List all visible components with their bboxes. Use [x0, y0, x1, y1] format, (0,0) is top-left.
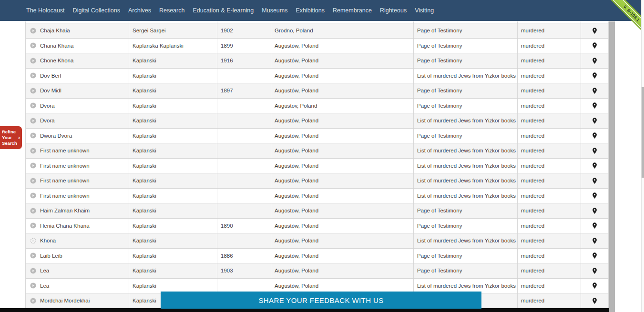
nav-item[interactable]: Museums [262, 7, 287, 14]
last-name-cell: Kaplanski [129, 173, 217, 188]
location-pin-icon[interactable] [591, 266, 598, 276]
table-row[interactable]: Khona Kaplanski Augustów, Poland List of… [26, 233, 609, 249]
fate-cell: murdered [518, 279, 581, 293]
location-pin-icon[interactable] [591, 131, 598, 141]
fate-cell: murdered [518, 53, 581, 68]
birth-year-cell [217, 99, 271, 113]
location-cell [581, 159, 609, 173]
location-pin-icon[interactable] [591, 56, 598, 66]
source-cell: List of murdered Jews from Yizkor books [414, 69, 518, 83]
birth-year-cell [217, 113, 271, 128]
expand-row-icon[interactable] [30, 298, 36, 304]
table-row[interactable]: Chana Khana Kaplanska Kaplanski 1899 Aug… [26, 39, 609, 54]
location-cell [581, 23, 609, 38]
birth-year-cell: 1899 [217, 39, 271, 53]
table-row[interactable]: Chaja Khaia Sergei Sargei 1902 Grodno, P… [26, 23, 609, 39]
expand-row-icon[interactable] [30, 28, 36, 34]
location-pin-icon[interactable] [591, 26, 598, 36]
location-pin-icon[interactable] [591, 86, 598, 96]
feedback-banner[interactable]: SHARE YOUR FEEDBACK WITH US [161, 292, 481, 309]
source-cell: List of murdered Jews from Yizkor books [414, 143, 518, 158]
expand-row-icon[interactable] [30, 58, 36, 64]
first-name-cell: First name unknown [26, 173, 129, 188]
location-pin-icon[interactable] [591, 70, 598, 81]
location-pin-icon[interactable] [591, 296, 598, 306]
table-row[interactable]: Dvora Kaplanski Augustów, Poland List of… [26, 113, 609, 129]
table-row[interactable]: Dwora Dvora Kaplanski Augustów, Poland P… [26, 129, 609, 144]
location-pin-icon[interactable] [591, 101, 598, 111]
expand-row-icon[interactable] [30, 268, 36, 274]
expand-row-icon[interactable] [30, 102, 36, 109]
expand-row-icon[interactable] [30, 132, 36, 139]
nav-item[interactable]: Education & E-learning [193, 7, 254, 14]
expand-row-icon[interactable] [30, 222, 36, 229]
source-cell: Page of Testimony [414, 39, 518, 53]
location-pin-icon[interactable] [591, 176, 598, 186]
fate-cell: murdered [518, 189, 581, 203]
page-scrollbar-thumb[interactable] [642, 87, 644, 178]
expand-row-icon[interactable] [30, 282, 36, 289]
location-pin-icon[interactable] [591, 221, 598, 231]
expand-row-icon[interactable] [30, 72, 36, 79]
fate-cell: murdered [518, 129, 581, 143]
nav-item[interactable]: The Holocaust [26, 7, 65, 14]
location-pin-icon[interactable] [591, 116, 598, 126]
expand-row-icon[interactable] [30, 148, 36, 154]
table-row[interactable]: Dov Berl Kaplanski Augustów, Poland List… [26, 69, 609, 84]
table-row[interactable]: Henia Chana Khana Kaplanski 1890 Augustó… [26, 219, 609, 234]
last-name-cell: Kaplanski [129, 99, 217, 113]
last-name-cell: Kaplanski [129, 233, 217, 248]
expand-row-icon[interactable] [30, 162, 36, 169]
table-row[interactable]: Haim Zalman Khaim Kaplanski Augostow, Po… [26, 203, 609, 219]
refine-search-button[interactable]: Refine Your Search › [0, 126, 22, 149]
nav-item[interactable]: Remembrance [333, 7, 372, 14]
first-name-cell: Chone Khona [26, 53, 129, 68]
first-name-cell: Lea [26, 279, 129, 293]
page-scrollbar[interactable] [641, 0, 644, 312]
location-pin-icon[interactable] [591, 251, 598, 261]
nav-item[interactable]: Visiting [415, 7, 434, 14]
birth-year-cell: 1903 [217, 263, 271, 278]
place-cell: Augustów, Poland [271, 279, 414, 293]
table-row[interactable]: First name unknown Kaplanski Augustów, P… [26, 173, 609, 189]
table-row[interactable]: Dvora Kaplanski Augustov, Poland Page of… [26, 99, 609, 114]
fate-cell: murdered [518, 173, 581, 188]
table-row[interactable]: First name unknown Kaplanski Augustów, P… [26, 189, 609, 204]
location-pin-icon[interactable] [591, 206, 598, 216]
expand-row-icon[interactable] [30, 178, 36, 184]
expand-row-icon[interactable] [30, 88, 36, 94]
location-pin-icon[interactable] [591, 236, 598, 246]
expand-row-icon[interactable] [30, 42, 36, 49]
nav-item[interactable]: Research [159, 7, 185, 14]
table-row[interactable]: First name unknown Kaplanski Augustów, P… [26, 159, 609, 174]
nav-item[interactable]: Righteous [380, 7, 407, 14]
location-cell [581, 99, 609, 113]
first-name-text: First name unknown [40, 148, 90, 153]
place-cell: Augostow, Poland [271, 203, 414, 218]
nav-item[interactable]: Archives [128, 7, 151, 14]
location-pin-icon[interactable] [591, 161, 598, 171]
location-cell [581, 173, 609, 188]
place-cell: Augustów, Poland [271, 263, 414, 278]
nav-item[interactable]: Digital Collections [73, 7, 120, 14]
first-name-cell: Dwora Dvora [26, 129, 129, 143]
expand-row-icon[interactable] [30, 238, 36, 244]
nav-item[interactable]: Exhibitions [296, 7, 324, 14]
expand-row-icon[interactable] [30, 192, 36, 199]
location-pin-icon[interactable] [591, 146, 598, 156]
expand-row-icon[interactable] [30, 118, 36, 124]
table-row[interactable]: Chone Khona Kaplanski 1916 Augustów, Pol… [26, 53, 609, 69]
location-pin-icon[interactable] [591, 281, 598, 291]
location-pin-icon[interactable] [591, 191, 598, 201]
source-cell: Page of Testimony [414, 263, 518, 278]
table-scrollbar[interactable] [609, 21, 615, 312]
source-cell: Page of Testimony [414, 23, 518, 38]
table-row[interactable]: First name unknown Kaplanski Augustów, P… [26, 143, 609, 159]
location-pin-icon[interactable] [591, 40, 598, 50]
table-row[interactable]: Dov Midl Kaplanski 1897 Augustów, Poland… [26, 83, 609, 99]
expand-row-icon[interactable] [30, 208, 36, 214]
table-row[interactable]: Laib Leib Kaplanski 1886 Augustów, Polan… [26, 249, 609, 264]
expand-row-icon[interactable] [30, 252, 36, 259]
table-row[interactable]: Lea Kaplanski 1903 Augustów, Poland Page… [26, 263, 609, 279]
birth-year-cell: 1886 [217, 249, 271, 263]
